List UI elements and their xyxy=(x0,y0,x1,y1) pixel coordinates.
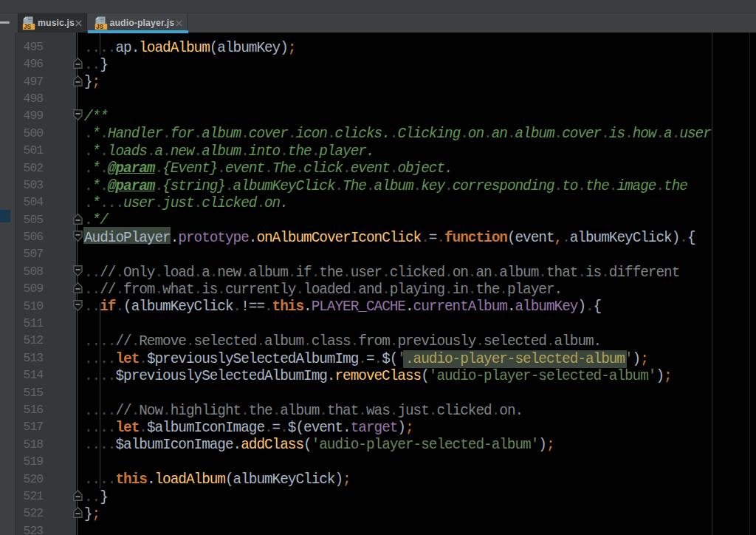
svg-text:JS: JS xyxy=(24,24,32,30)
svg-text:JS: JS xyxy=(96,24,104,30)
